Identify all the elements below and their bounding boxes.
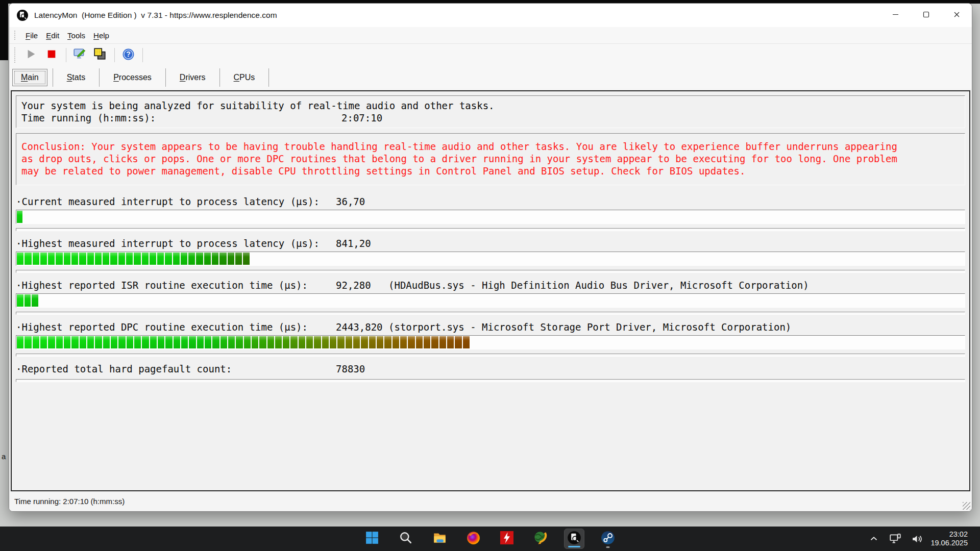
clock-time: 23:02: [930, 530, 968, 539]
taskbar-icon-firefox[interactable]: [463, 529, 483, 549]
meter-bar-segment: [299, 336, 305, 348]
maximize-icon: [923, 11, 929, 20]
search-icon: [399, 531, 412, 546]
meter-bar-segment: [228, 253, 234, 265]
meter-text-line: ·Reported total hard pagefault count:788…: [16, 363, 965, 375]
stop-icon: [46, 48, 57, 62]
meter-bar-segment: [48, 253, 55, 265]
time-running-value: 2:07:10: [341, 112, 382, 124]
toolbar-stop-button[interactable]: [43, 46, 60, 64]
tab-main[interactable]: Main: [12, 69, 47, 86]
meter-bar-segment: [212, 336, 219, 348]
tab-bar: MainStatsProcessesDriversCPUs: [9, 66, 972, 89]
meter-bar-segment: [79, 253, 86, 265]
system-tray: 23:02 19.06.2025: [866, 527, 968, 551]
tab-processes[interactable]: Processes: [105, 69, 160, 86]
meter-groove-line: [16, 354, 965, 357]
menu-item-tools[interactable]: Tools: [63, 30, 89, 41]
network-icon[interactable]: [888, 531, 903, 546]
taskbar-icon-start-menu[interactable]: [362, 529, 382, 549]
meter-bar-segment: [267, 336, 274, 348]
menu-item-edit[interactable]: Edit: [42, 30, 63, 41]
taskbar: 23:02 19.06.2025: [0, 527, 980, 551]
meter-bar-segment: [111, 336, 117, 348]
clock-date: 19.06.2025: [930, 539, 968, 547]
meter-value: 78830: [336, 363, 388, 375]
meter-bar-segment: [174, 336, 180, 348]
resize-grip-icon[interactable]: [963, 502, 970, 510]
help-icon: ?: [122, 48, 135, 63]
meter-value: 92,280: [336, 279, 388, 291]
meter-bar-segment: [33, 336, 39, 348]
meter-bar-fill: [17, 336, 471, 348]
meter-bar-track: [16, 252, 965, 266]
meter-bar-segment: [165, 253, 172, 265]
meter-bar-segment: [314, 336, 321, 348]
conclusion-line: may be related to power management, disa…: [21, 165, 960, 177]
meter-label: ·Highest reported ISR routine execution …: [16, 279, 336, 291]
steam-running-indicator: [606, 546, 610, 548]
tab-separator: [53, 68, 53, 87]
meter-bar-segment: [243, 253, 250, 265]
start-menu-icon: [365, 531, 379, 546]
taskbar-icon-file-explorer[interactable]: [429, 529, 450, 549]
meter-groove-line: [16, 228, 965, 231]
tab-separator: [219, 68, 220, 87]
taskbar-icon-latencymon[interactable]: [564, 529, 584, 549]
toolbar-analyze-report-button[interactable]: [71, 46, 88, 64]
taskbar-icon-search[interactable]: [396, 529, 416, 549]
taskbar-icon-globe-downloader[interactable]: [530, 529, 551, 549]
conclusion-line: as drop outs, clicks or pops. One or mor…: [21, 153, 960, 165]
meter-label: ·Highest reported DPC routine execution …: [16, 321, 336, 333]
latencymon-app-icon: [16, 9, 29, 21]
meter-bar-segment: [204, 253, 211, 265]
meter-bar-fill: [17, 211, 23, 223]
meter-bar-segment: [134, 336, 141, 348]
meter-bar-segment: [220, 336, 227, 348]
meter-bar-segment: [393, 336, 399, 348]
desktop-left-notch: [0, 0, 8, 60]
toolbar-play-button[interactable]: [22, 46, 40, 64]
minimize-button[interactable]: [880, 4, 911, 27]
volume-icon[interactable]: [909, 531, 924, 546]
taskbar-clock[interactable]: 23:02 19.06.2025: [930, 530, 968, 547]
meter-bar-segment: [275, 336, 282, 348]
meter-bar-segment: [40, 253, 47, 265]
meter-bar-segment: [416, 336, 423, 348]
meter-row: ·Highest reported DPC routine execution …: [16, 321, 965, 357]
meter-bar-segment: [259, 336, 266, 348]
meter-bar-segment: [56, 253, 62, 265]
menu-item-file[interactable]: File: [21, 30, 42, 41]
title-bar[interactable]: LatencyMon (Home Edition ) v 7.31 - http…: [9, 4, 972, 27]
tab-cpus[interactable]: CPUs: [225, 69, 264, 86]
meter-bar-track: [16, 293, 965, 308]
close-button[interactable]: [941, 4, 972, 27]
taskbar-icon-steam[interactable]: [598, 529, 618, 549]
conclusion-line: Conclusion: Your system appears to be ha…: [21, 140, 960, 153]
meter-bar-segment: [447, 336, 454, 348]
window-controls: [880, 4, 972, 27]
toolbar-copy-report-button[interactable]: [91, 46, 109, 64]
play-icon: [26, 48, 37, 62]
meter-bar-segment: [181, 336, 188, 348]
meter-bar-fill: [17, 294, 39, 307]
tab-stats[interactable]: Stats: [58, 69, 94, 86]
meter-bar-segment: [337, 336, 344, 348]
meter-text-line: ·Highest reported DPC routine execution …: [16, 321, 965, 333]
tab-drivers[interactable]: Drivers: [171, 69, 214, 86]
menu-item-help[interactable]: Help: [89, 30, 113, 41]
latencymon-running-indicator: [568, 546, 580, 547]
meter-row: ·Reported total hard pagefault count:788…: [16, 363, 965, 382]
svg-text:?: ?: [126, 50, 131, 58]
toolbar-help-button[interactable]: ?: [119, 46, 137, 64]
main-tab-panel: Your system is being analyzed for suitab…: [11, 90, 970, 491]
tray-chevron-up-icon[interactable]: [866, 531, 881, 546]
meter-bar-segment: [377, 336, 383, 348]
meter-bar-segment: [228, 336, 235, 348]
taskbar-icon-lightning-app[interactable]: [497, 529, 517, 549]
maximize-button[interactable]: [911, 4, 941, 27]
meter-row: ·Highest measured interrupt to process l…: [16, 237, 965, 273]
meter-bar-segment: [17, 336, 23, 348]
meter-bar-segment: [158, 336, 164, 348]
meter-text-line: ·Highest measured interrupt to process l…: [16, 237, 965, 249]
